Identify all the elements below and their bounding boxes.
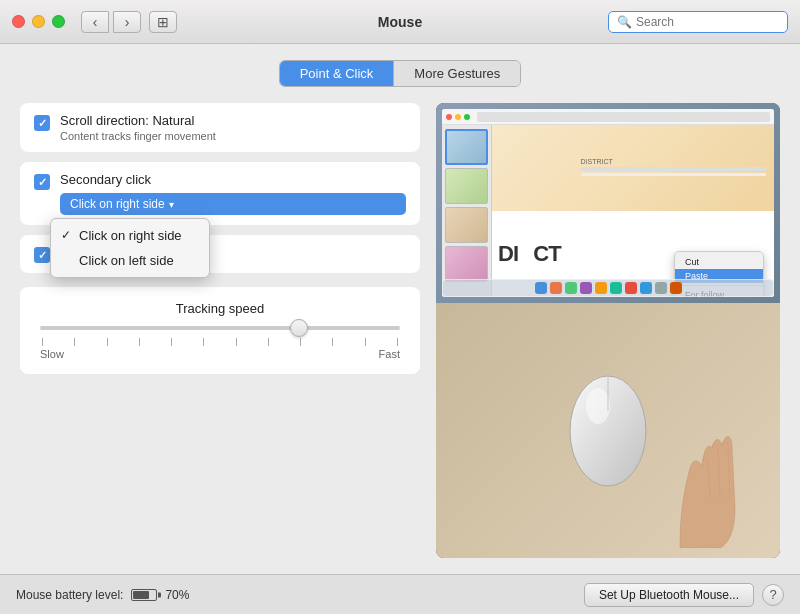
dock-icon: [580, 282, 592, 294]
window-title: Mouse: [378, 14, 422, 30]
thumb-3: [445, 207, 488, 243]
maximize-button[interactable]: [52, 15, 65, 28]
tick: [139, 338, 140, 346]
doc-subtitle: DISTRICT: [581, 158, 766, 165]
dot-green: [464, 114, 470, 120]
main-area: ✓ Scroll direction: Natural Content trac…: [20, 103, 780, 558]
text-line: [581, 173, 766, 176]
app-sidebar: [442, 125, 492, 297]
thumb-4: [445, 246, 488, 282]
secondary-click-text: Secondary click Click on right side ▾: [60, 172, 406, 215]
nav-buttons: ‹ ›: [81, 11, 141, 33]
tick: [397, 338, 398, 346]
double-tap-checkbox[interactable]: ✓: [34, 247, 50, 263]
battery-percent: 70%: [165, 588, 189, 602]
tab-point-click[interactable]: Point & Click: [280, 61, 395, 86]
checkmark-icon: ✓: [38, 176, 47, 189]
menu-item-right-side[interactable]: Click on right side: [51, 223, 209, 248]
text-line: [581, 167, 766, 171]
tick: [365, 338, 366, 346]
tick: [236, 338, 237, 346]
dock-icon: [655, 282, 667, 294]
grid-button[interactable]: ⊞: [149, 11, 177, 33]
secondary-click-row: ✓ Secondary click Click on right side ▾ …: [20, 162, 420, 225]
slider-track: [40, 326, 400, 330]
scroll-direction-text: Scroll direction: Natural Content tracks…: [60, 113, 406, 142]
checkmark-icon: ✓: [38, 117, 47, 130]
slider-labels: Slow Fast: [40, 348, 400, 360]
minimize-button[interactable]: [32, 15, 45, 28]
search-icon: 🔍: [617, 15, 632, 29]
checkmark-icon: ✓: [38, 249, 47, 262]
content-area: Point & Click More Gestures ✓ Scroll dir…: [0, 44, 800, 574]
screen-preview: DISTRICT DI CT Cut Paste: [436, 103, 780, 303]
dock-icon: [595, 282, 607, 294]
tab-more-gestures[interactable]: More Gestures: [394, 61, 520, 86]
doc-top: DISTRICT: [492, 125, 774, 211]
help-button[interactable]: ?: [762, 584, 784, 606]
app-main: DISTRICT DI CT Cut Paste: [492, 125, 774, 297]
scroll-direction-title: Scroll direction: Natural: [60, 113, 406, 128]
titlebar: ‹ › ⊞ Mouse 🔍: [0, 0, 800, 44]
slider-fast-label: Fast: [379, 348, 400, 360]
search-input[interactable]: [636, 15, 779, 29]
slider-slow-label: Slow: [40, 348, 64, 360]
tick: [300, 338, 301, 346]
dock: [442, 279, 774, 297]
bottom-right: Set Up Bluetooth Mouse... ?: [584, 583, 784, 607]
traffic-lights: [12, 15, 65, 28]
dot-yellow: [455, 114, 461, 120]
dock-icon: [640, 282, 652, 294]
large-text: DI CT: [498, 241, 561, 267]
dock-icon: [670, 282, 682, 294]
slider-thumb[interactable]: [290, 319, 308, 337]
battery-label: Mouse battery level:: [16, 588, 123, 602]
tab-group: Point & Click More Gestures: [279, 60, 522, 87]
menu-item-label: Click on left side: [79, 253, 174, 268]
screen-content: DISTRICT DI CT Cut Paste: [442, 109, 774, 297]
forward-button[interactable]: ›: [113, 11, 141, 33]
secondary-click-checkbox[interactable]: ✓: [34, 174, 50, 190]
toolbar-fill: [477, 112, 770, 122]
secondary-click-menu: Click on right side Click on left side: [50, 218, 210, 278]
hand-illustration: [670, 428, 750, 548]
tracking-slider-container: Slow Fast: [36, 326, 404, 360]
tick: [42, 338, 43, 346]
dock-icon: [625, 282, 637, 294]
bottom-bar: Mouse battery level: 70% Set Up Bluetoot…: [0, 574, 800, 614]
settings-panel: ✓ Scroll direction: Natural Content trac…: [20, 103, 420, 558]
tick: [107, 338, 108, 346]
tick: [171, 338, 172, 346]
scroll-direction-row: ✓ Scroll direction: Natural Content trac…: [20, 103, 420, 152]
battery-icon: [131, 589, 157, 601]
dot-red: [446, 114, 452, 120]
menu-item-label: Click on right side: [79, 228, 182, 243]
back-button[interactable]: ‹: [81, 11, 109, 33]
chevron-down-icon: ▾: [169, 199, 174, 210]
doc-text-area: DISTRICT: [577, 129, 770, 207]
tab-bar: Point & Click More Gestures: [20, 60, 780, 87]
secondary-click-title: Secondary click: [60, 172, 406, 187]
preview-panel: DISTRICT DI CT Cut Paste: [436, 103, 780, 558]
dock-icon: [610, 282, 622, 294]
bluetooth-setup-button[interactable]: Set Up Bluetooth Mouse...: [584, 583, 754, 607]
secondary-click-dropdown[interactable]: Click on right side ▾: [60, 193, 406, 215]
scroll-direction-subtitle: Content tracks finger movement: [60, 130, 406, 142]
menu-cut: Cut: [675, 255, 763, 269]
tick: [203, 338, 204, 346]
dock-icon: [565, 282, 577, 294]
menu-item-left-side[interactable]: Click on left side: [51, 248, 209, 273]
dock-icon: [535, 282, 547, 294]
close-button[interactable]: [12, 15, 25, 28]
hand-mouse-preview: [436, 303, 780, 558]
tick: [74, 338, 75, 346]
battery-fill: [133, 591, 148, 599]
search-box[interactable]: 🔍: [608, 11, 788, 33]
tracking-speed-section: Tracking speed: [20, 287, 420, 374]
dock-icon: [550, 282, 562, 294]
scroll-direction-checkbox[interactable]: ✓: [34, 115, 50, 131]
thumb-1: [445, 129, 488, 165]
svg-point-1: [586, 388, 610, 424]
slider-ticks: [40, 338, 400, 346]
thumb-2: [445, 168, 488, 204]
